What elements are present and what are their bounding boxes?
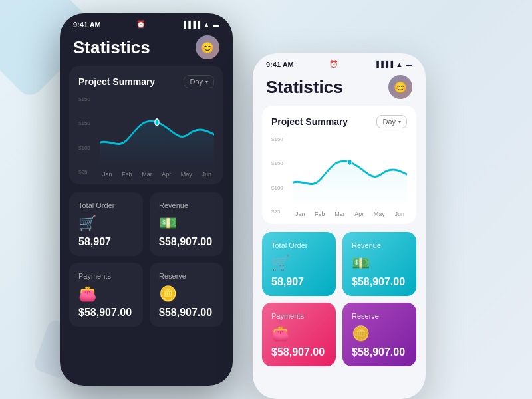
light-avatar-emoji: 😊 bbox=[394, 81, 407, 94]
light-stat-value-order: 58,907 bbox=[271, 276, 327, 288]
y-label-4: $150 bbox=[78, 96, 97, 102]
dark-header: Statistics 😊 bbox=[60, 31, 233, 66]
light-y-label-1: $25 bbox=[271, 209, 290, 215]
light-stat-revenue: Revenue 💵 $58,907.00 bbox=[342, 232, 416, 296]
light-stat-total-order: Total Order 🛒 58,907 bbox=[262, 232, 336, 296]
light-day-filter-label: Day bbox=[382, 118, 396, 126]
dark-chart-svg bbox=[100, 94, 214, 167]
light-day-filter[interactable]: Day ▾ bbox=[376, 115, 407, 128]
dark-stat-value-revenue: $58,907.00 bbox=[159, 236, 214, 248]
light-chart-title: Project Summary bbox=[271, 116, 348, 127]
y-label-1: $25 bbox=[78, 169, 97, 175]
light-x-label-may: May bbox=[374, 211, 385, 217]
coins-icon: 🪙 bbox=[159, 285, 214, 303]
dark-chart-card: Project Summary Day ▾ $150 $150 $100 $25 bbox=[69, 66, 223, 184]
light-x-label-jan: Jan bbox=[295, 211, 305, 217]
light-stat-label-payments: Payments bbox=[271, 312, 327, 320]
dark-stat-label-reserve: Reserve bbox=[159, 272, 214, 280]
x-label-jun: Jun bbox=[201, 171, 211, 178]
signal-icon: ▐▐▐▐ bbox=[182, 21, 200, 28]
light-stats-grid: Total Order 🛒 58,907 Revenue 💵 $58,907.0… bbox=[262, 232, 416, 366]
dark-stat-total-order: Total Order 🛒 58,907 bbox=[69, 192, 143, 256]
dark-chart-header: Project Summary Day ▾ bbox=[78, 75, 214, 88]
x-label-may: May bbox=[181, 171, 192, 178]
dark-stat-label-order: Total Order bbox=[78, 201, 134, 209]
light-chevron-down-icon: ▾ bbox=[398, 119, 401, 125]
dark-stat-reserve: Reserve 🪙 $58,907.00 bbox=[150, 263, 223, 327]
x-label-jan: Jan bbox=[102, 171, 112, 178]
light-wifi-icon: ▲ bbox=[396, 61, 403, 68]
cart-icon: 🛒 bbox=[78, 215, 134, 232]
dark-stat-label-revenue: Revenue bbox=[159, 201, 214, 209]
light-alarm-icon: ⏰ bbox=[329, 60, 338, 68]
svg-point-1 bbox=[348, 159, 352, 166]
light-chart-card: Project Summary Day ▾ $150 $150 $100 $25 bbox=[262, 106, 416, 224]
light-time: 9:41 AM bbox=[266, 61, 294, 68]
light-y-label-2: $100 bbox=[271, 185, 290, 191]
dark-page-title: Statistics bbox=[73, 37, 150, 58]
light-x-label-mar: Mar bbox=[334, 211, 345, 217]
light-wallet-icon: 👛 bbox=[271, 325, 327, 342]
dark-stat-payments: Payments 👛 $58,907.00 bbox=[69, 263, 143, 327]
light-avatar[interactable]: 😊 bbox=[388, 75, 412, 99]
light-stat-value-reserve: $58,907.00 bbox=[352, 346, 407, 358]
dark-stat-label-payments: Payments bbox=[78, 272, 134, 280]
light-battery-icon: ▬ bbox=[406, 61, 412, 68]
dark-alarm-icon: ⏰ bbox=[136, 20, 146, 29]
light-x-label-jun: Jun bbox=[394, 211, 404, 217]
light-stat-reserve: Reserve 🪙 $58,907.00 bbox=[342, 303, 416, 366]
dark-stat-revenue: Revenue 💵 $58,907.00 bbox=[150, 192, 223, 256]
svg-point-0 bbox=[155, 119, 159, 126]
light-chart-header: Project Summary Day ▾ bbox=[271, 115, 407, 128]
wifi-icon: ▲ bbox=[203, 21, 210, 29]
day-filter-label: Day bbox=[190, 78, 203, 86]
y-label-2: $100 bbox=[78, 145, 97, 151]
x-label-mar: Mar bbox=[142, 171, 152, 178]
light-money-icon: 💵 bbox=[352, 255, 407, 272]
dark-day-filter[interactable]: Day ▾ bbox=[184, 75, 214, 88]
light-stat-value-payments: $58,907.00 bbox=[271, 346, 327, 358]
dark-stat-value-reserve: $58,907.00 bbox=[159, 307, 214, 319]
light-status-bar: 9:41 AM ⏰ ▐▐▐▐ ▲ ▬ bbox=[253, 53, 426, 71]
battery-icon: ▬ bbox=[213, 21, 219, 28]
dark-chart-title: Project Summary bbox=[78, 76, 155, 87]
wallet-icon: 👛 bbox=[78, 285, 134, 303]
light-x-label-apr: Apr bbox=[354, 211, 364, 217]
y-label-3: $150 bbox=[78, 120, 97, 126]
light-phone: 9:41 AM ⏰ ▐▐▐▐ ▲ ▬ Statistics 😊 Project … bbox=[253, 53, 426, 399]
light-x-labels: Jan Feb Mar Apr May Jun bbox=[293, 209, 407, 217]
dark-status-bar: 9:41 AM ⏰ ▐▐▐▐ ▲ ▬ bbox=[60, 13, 233, 31]
dark-avatar[interactable]: 😊 bbox=[196, 35, 219, 59]
light-stat-payments: Payments 👛 $58,907.00 bbox=[262, 303, 336, 366]
light-stat-label-revenue: Revenue bbox=[352, 241, 407, 249]
dark-phone: 9:41 AM ⏰ ▐▐▐▐ ▲ ▬ Statistics 😊 Project … bbox=[60, 13, 233, 386]
dark-x-labels: Jan Feb Mar Apr May Jun bbox=[100, 170, 214, 178]
dark-time: 9:41 AM bbox=[73, 21, 101, 29]
light-page-title: Statistics bbox=[266, 77, 343, 98]
dark-stat-value-payments: $58,907.00 bbox=[78, 307, 134, 319]
light-stat-label-order: Total Order bbox=[271, 241, 327, 249]
x-label-feb: Feb bbox=[122, 171, 132, 178]
chevron-down-icon: ▾ bbox=[205, 79, 208, 85]
light-stat-label-reserve: Reserve bbox=[352, 312, 407, 320]
x-label-apr: Apr bbox=[162, 171, 171, 178]
light-cart-icon: 🛒 bbox=[271, 255, 327, 272]
light-coins-icon: 🪙 bbox=[352, 325, 407, 342]
light-y-label-4: $150 bbox=[271, 136, 290, 142]
avatar-emoji: 😊 bbox=[201, 41, 214, 54]
light-x-label-feb: Feb bbox=[315, 211, 325, 217]
money-icon: 💵 bbox=[159, 215, 214, 232]
light-y-label-3: $150 bbox=[271, 160, 290, 166]
light-header: Statistics 😊 bbox=[253, 71, 426, 106]
light-status-icons: ▐▐▐▐ ▲ ▬ bbox=[374, 61, 412, 68]
dark-status-icons: ▐▐▐▐ ▲ ▬ bbox=[182, 21, 219, 29]
dark-stats-grid: Total Order 🛒 58,907 Revenue 💵 $58,907.0… bbox=[69, 192, 223, 327]
light-chart-svg bbox=[293, 134, 407, 207]
light-signal-icon: ▐▐▐▐ bbox=[374, 61, 393, 68]
light-stat-value-revenue: $58,907.00 bbox=[352, 276, 407, 288]
dark-stat-value-order: 58,907 bbox=[78, 236, 134, 248]
